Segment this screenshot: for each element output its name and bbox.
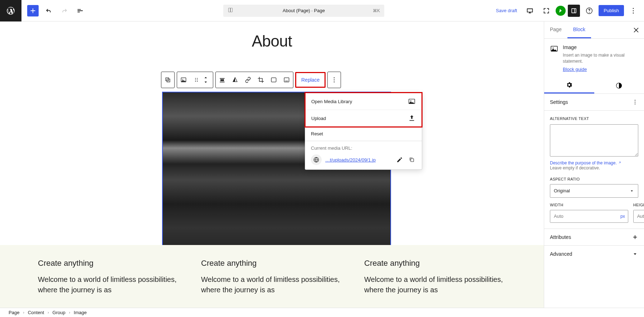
duotone-button[interactable] bbox=[229, 72, 241, 88]
plus-icon[interactable] bbox=[632, 234, 638, 240]
crop-button[interactable] bbox=[254, 72, 267, 88]
drag-handle[interactable] bbox=[190, 72, 203, 88]
move-down-icon[interactable] bbox=[203, 80, 209, 84]
svg-point-26 bbox=[635, 101, 635, 102]
width-input[interactable] bbox=[550, 210, 618, 222]
settings-subtab[interactable] bbox=[544, 78, 594, 93]
options-button[interactable] bbox=[626, 4, 640, 18]
tab-block[interactable]: Block bbox=[567, 21, 591, 38]
align-button[interactable] bbox=[216, 72, 229, 88]
move-up-icon[interactable] bbox=[203, 76, 209, 80]
top-toolbar: About (Page) · Page ⌘K Save draft Publis… bbox=[0, 0, 644, 21]
page-title[interactable]: About bbox=[0, 32, 544, 50]
shortcut-hint: ⌘K bbox=[373, 8, 380, 13]
block-guide-link[interactable]: Block guide bbox=[563, 67, 587, 72]
settings-sidebar: Page Block Image Insert an image to make… bbox=[544, 21, 644, 308]
svg-point-17 bbox=[334, 82, 335, 83]
attributes-panel-label[interactable]: Attributes bbox=[550, 234, 571, 240]
reset-item[interactable]: Reset bbox=[305, 127, 422, 141]
view-desktop-button[interactable] bbox=[523, 4, 537, 18]
svg-point-1 bbox=[633, 10, 634, 11]
column-1[interactable]: Create anything Welcome to a world of li… bbox=[38, 259, 180, 308]
image-icon bbox=[408, 97, 416, 105]
column-3[interactable]: Create anything Welcome to a world of li… bbox=[364, 259, 506, 308]
alt-help-link[interactable]: Describe the purpose of the image. bbox=[550, 160, 617, 165]
svg-point-23 bbox=[553, 48, 554, 49]
link-button[interactable] bbox=[241, 72, 254, 88]
close-sidebar-button[interactable] bbox=[632, 26, 640, 34]
image-block-icon bbox=[550, 44, 558, 53]
svg-point-27 bbox=[635, 104, 635, 104]
breadcrumb-item[interactable]: Group bbox=[53, 310, 65, 315]
column-body: Welcome to a world of limitless possibil… bbox=[38, 274, 180, 295]
jetpack-icon[interactable] bbox=[556, 6, 566, 16]
current-url-link[interactable]: …t/uploads/2024/09/1.jp bbox=[325, 157, 392, 163]
settings-panel-label: Settings bbox=[550, 99, 568, 105]
redo-button[interactable] bbox=[57, 4, 72, 18]
column-heading: Create anything bbox=[38, 259, 180, 268]
aspect-ratio-label: ASPECT RATIO bbox=[550, 177, 638, 181]
publish-button[interactable]: Publish bbox=[599, 5, 624, 16]
upload-item[interactable]: Upload bbox=[306, 110, 421, 126]
copy-url-button[interactable] bbox=[408, 155, 416, 164]
breadcrumb-item[interactable]: Page bbox=[9, 310, 19, 315]
fullscreen-button[interactable] bbox=[539, 4, 553, 18]
column-body: Welcome to a world of limitless possibil… bbox=[364, 274, 506, 295]
styles-subtab[interactable] bbox=[594, 78, 644, 93]
block-toolbar: Replace bbox=[161, 72, 343, 88]
caption-button[interactable] bbox=[280, 72, 293, 88]
columns-section: Create anything Welcome to a world of li… bbox=[0, 245, 544, 308]
parent-block-button[interactable] bbox=[161, 72, 174, 88]
block-breadcrumb: Page › Content › Group › Image bbox=[0, 308, 644, 317]
replace-button[interactable]: Replace bbox=[295, 72, 326, 88]
edit-url-button[interactable] bbox=[395, 155, 404, 164]
tab-page[interactable]: Page bbox=[544, 21, 567, 38]
advanced-panel-label[interactable]: Advanced bbox=[550, 251, 572, 257]
block-options-button[interactable] bbox=[328, 72, 341, 88]
settings-sidebar-toggle[interactable] bbox=[568, 5, 580, 17]
text-overlay-button[interactable] bbox=[267, 72, 280, 88]
svg-point-2 bbox=[633, 13, 634, 14]
svg-point-0 bbox=[633, 8, 634, 9]
block-type-button[interactable] bbox=[177, 72, 190, 88]
breadcrumb-item[interactable]: Image bbox=[74, 310, 87, 315]
document-bar[interactable]: About (Page) · Page ⌘K bbox=[223, 5, 384, 17]
svg-point-11 bbox=[195, 81, 196, 82]
add-block-button[interactable] bbox=[27, 5, 39, 16]
upload-icon bbox=[408, 114, 416, 122]
svg-point-9 bbox=[195, 80, 196, 80]
aspect-ratio-select[interactable]: Original bbox=[550, 184, 638, 198]
open-media-library-item[interactable]: Open Media Library bbox=[306, 93, 421, 110]
help-button[interactable] bbox=[582, 4, 596, 18]
svg-rect-3 bbox=[166, 78, 169, 81]
document-title: About (Page) · Page bbox=[283, 8, 325, 13]
settings-options-icon[interactable] bbox=[632, 99, 638, 105]
globe-icon bbox=[311, 154, 322, 165]
svg-point-16 bbox=[334, 80, 335, 81]
column-2[interactable]: Create anything Welcome to a world of li… bbox=[201, 259, 343, 308]
svg-point-15 bbox=[334, 77, 335, 78]
svg-point-7 bbox=[195, 78, 196, 79]
wordpress-logo[interactable] bbox=[0, 0, 21, 21]
document-outline-button[interactable] bbox=[73, 4, 87, 18]
alt-help-text: Leave empty if decorative. bbox=[550, 165, 600, 170]
editor-canvas[interactable]: About bbox=[0, 21, 544, 308]
move-buttons[interactable] bbox=[203, 76, 213, 84]
height-label: HEIGHT bbox=[633, 203, 644, 207]
svg-point-19 bbox=[410, 100, 411, 101]
alt-text-input[interactable] bbox=[550, 124, 638, 157]
svg-point-10 bbox=[197, 80, 197, 80]
alt-text-label: ALTERNATIVE TEXT bbox=[550, 116, 638, 121]
replace-dropdown: Open Media Library Upload Reset Current … bbox=[305, 92, 422, 170]
svg-rect-13 bbox=[271, 78, 276, 82]
block-description: Insert an image to make a visual stateme… bbox=[563, 52, 638, 64]
width-unit[interactable]: px bbox=[618, 210, 628, 222]
breadcrumb-item[interactable]: Content bbox=[28, 310, 44, 315]
undo-button[interactable] bbox=[42, 4, 56, 18]
chevron-down-icon[interactable] bbox=[632, 251, 638, 257]
svg-rect-14 bbox=[284, 78, 289, 82]
height-input[interactable] bbox=[634, 210, 644, 222]
chevron-right-icon: › bbox=[69, 311, 70, 314]
column-heading: Create anything bbox=[364, 259, 506, 268]
save-draft-button[interactable]: Save draft bbox=[492, 8, 521, 13]
